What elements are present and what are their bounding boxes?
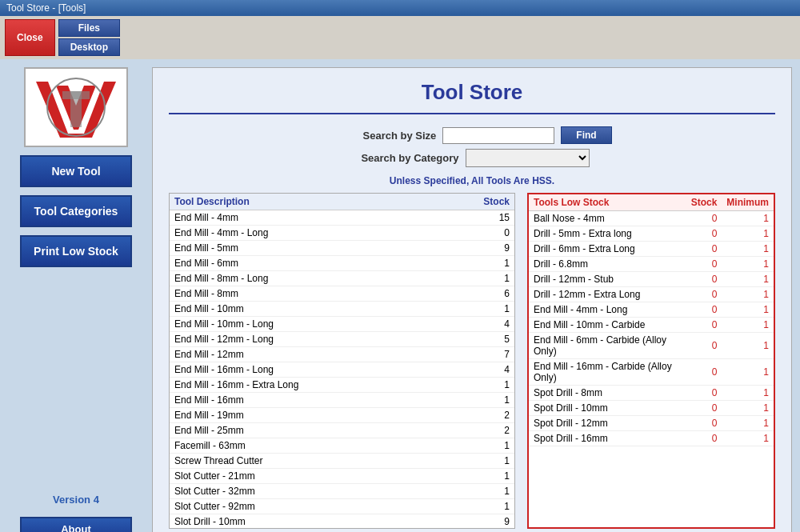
col-description-header: Tool Description bbox=[170, 194, 442, 210]
svg-rect-4 bbox=[62, 91, 90, 99]
tools-table-row[interactable]: End Mill - 12mm7 bbox=[170, 347, 514, 362]
find-button[interactable]: Find bbox=[561, 126, 611, 144]
low-stock-table-row[interactable]: End Mill - 4mm - Long01 bbox=[529, 302, 774, 318]
low-stock-description: Drill - 12mm - Extra Long bbox=[529, 287, 686, 302]
low-stock-minimum: 1 bbox=[722, 272, 774, 287]
tools-table-row[interactable]: End Mill - 8mm6 bbox=[170, 286, 514, 302]
new-tool-button[interactable]: New Tool bbox=[20, 155, 132, 187]
low-stock-table-row[interactable]: Drill - 12mm - Stub01 bbox=[529, 272, 774, 287]
tool-stock: 2 bbox=[442, 423, 514, 438]
low-stock-description: Spot Drill - 10mm bbox=[529, 401, 686, 416]
tools-table: Tool Description Stock End Mill - 4mm15E… bbox=[170, 194, 514, 529]
window-title: Tool Store - [Tools] bbox=[6, 2, 86, 14]
search-category-label: Search by Category bbox=[355, 152, 459, 164]
tool-description: Slot Cutter - 92mm bbox=[170, 499, 442, 514]
tool-description: End Mill - 10mm bbox=[170, 302, 442, 317]
tool-description: End Mill - 19mm bbox=[170, 408, 442, 423]
tool-description: Slot Cutter - 21mm bbox=[170, 469, 442, 484]
low-stock-table-row[interactable]: End Mill - 6mm - Carbide (Alloy Only)01 bbox=[529, 333, 774, 359]
tools-table-row[interactable]: End Mill - 10mm1 bbox=[170, 302, 514, 317]
tool-stock: 15 bbox=[442, 210, 514, 226]
low-stock-table-row[interactable]: Spot Drill - 10mm01 bbox=[529, 401, 774, 416]
low-stock-stock: 0 bbox=[686, 401, 722, 416]
low-stock-minimum: 1 bbox=[722, 287, 774, 302]
tools-table-row[interactable]: Slot Cutter - 32mm1 bbox=[170, 484, 514, 499]
tool-description: Screw Thread Cutter bbox=[170, 454, 442, 469]
tools-table-row[interactable]: Slot Cutter - 92mm1 bbox=[170, 499, 514, 514]
tool-stock: 9 bbox=[442, 241, 514, 256]
low-stock-table-row[interactable]: End Mill - 16mm - Carbide (Alloy Only)01 bbox=[529, 359, 774, 386]
category-select[interactable] bbox=[466, 149, 590, 167]
print-low-stock-button[interactable]: Print Low Stock bbox=[20, 235, 132, 267]
low-stock-stock: 0 bbox=[686, 318, 722, 333]
low-stock-table-row[interactable]: End Mill - 10mm - Carbide01 bbox=[529, 318, 774, 333]
tool-description: Facemill - 63mm bbox=[170, 438, 442, 454]
menu-bar: Close Files Desktop bbox=[0, 16, 800, 59]
tools-table-row[interactable]: End Mill - 16mm1 bbox=[170, 393, 514, 408]
low-stock-minimum: 1 bbox=[722, 386, 774, 401]
low-stock-table-row[interactable]: Drill - 6mm - Extra Long01 bbox=[529, 242, 774, 257]
about-button[interactable]: About bbox=[20, 517, 132, 532]
desktop-button[interactable]: Desktop bbox=[58, 38, 120, 56]
low-stock-table-row[interactable]: Spot Drill - 12mm01 bbox=[529, 416, 774, 431]
low-stock-description: Spot Drill - 12mm bbox=[529, 416, 686, 431]
tool-description: Slot Cutter - 32mm bbox=[170, 484, 442, 499]
tool-description: End Mill - 16mm - Extra Long bbox=[170, 378, 442, 393]
tools-table-row[interactable]: End Mill - 12mm - Long5 bbox=[170, 332, 514, 347]
tool-stock: 4 bbox=[442, 317, 514, 332]
tools-table-row[interactable]: End Mill - 16mm - Extra Long1 bbox=[170, 378, 514, 393]
tools-table-row[interactable]: Slot Cutter - 21mm1 bbox=[170, 469, 514, 484]
low-stock-col-description-header: Tools Low Stock bbox=[529, 194, 686, 211]
low-stock-minimum: 1 bbox=[722, 431, 774, 446]
low-stock-table-container[interactable]: Tools Low Stock Stock Minimum Ball Nose … bbox=[527, 193, 775, 529]
low-stock-table: Tools Low Stock Stock Minimum Ball Nose … bbox=[529, 194, 774, 446]
title-divider bbox=[169, 113, 775, 114]
low-stock-table-row[interactable]: Drill - 5mm - Extra long01 bbox=[529, 226, 774, 242]
tool-description: End Mill - 4mm bbox=[170, 210, 442, 226]
tool-stock: 1 bbox=[442, 454, 514, 469]
tools-table-row[interactable]: End Mill - 5mm9 bbox=[170, 241, 514, 256]
low-stock-stock: 0 bbox=[686, 302, 722, 318]
low-stock-stock: 0 bbox=[686, 386, 722, 401]
tool-stock: 2 bbox=[442, 408, 514, 423]
tool-stock: 1 bbox=[442, 271, 514, 286]
tools-table-container[interactable]: Tool Description Stock End Mill - 4mm15E… bbox=[169, 193, 515, 529]
low-stock-minimum: 1 bbox=[722, 318, 774, 333]
tools-table-row[interactable]: End Mill - 8mm - Long1 bbox=[170, 271, 514, 286]
tools-table-row[interactable]: Facemill - 63mm1 bbox=[170, 438, 514, 454]
tool-stock: 1 bbox=[442, 469, 514, 484]
tools-table-row[interactable]: End Mill - 4mm - Long0 bbox=[170, 226, 514, 241]
col-stock-header: Stock bbox=[442, 194, 514, 210]
tool-stock: 5 bbox=[442, 332, 514, 347]
tool-stock: 6 bbox=[442, 286, 514, 302]
low-stock-table-row[interactable]: Spot Drill - 16mm01 bbox=[529, 431, 774, 446]
tools-table-row[interactable]: End Mill - 4mm15 bbox=[170, 210, 514, 226]
tools-table-row[interactable]: End Mill - 16mm - Long4 bbox=[170, 362, 514, 378]
low-stock-description: Spot Drill - 16mm bbox=[529, 431, 686, 446]
low-stock-stock: 0 bbox=[686, 226, 722, 242]
search-size-input[interactable] bbox=[442, 127, 554, 144]
tool-description: End Mill - 12mm - Long bbox=[170, 332, 442, 347]
low-stock-table-row[interactable]: Drill - 12mm - Extra Long01 bbox=[529, 287, 774, 302]
tables-row: Tool Description Stock End Mill - 4mm15E… bbox=[169, 193, 775, 529]
low-stock-table-row[interactable]: Spot Drill - 8mm01 bbox=[529, 386, 774, 401]
title-bar: Tool Store - [Tools] bbox=[0, 0, 800, 16]
tools-table-row[interactable]: Slot Drill - 10mm9 bbox=[170, 514, 514, 530]
tools-table-row[interactable]: End Mill - 19mm2 bbox=[170, 408, 514, 423]
files-button[interactable]: Files bbox=[58, 19, 120, 37]
low-stock-table-row[interactable]: Ball Nose - 4mm01 bbox=[529, 211, 774, 226]
page-title: Tool Store bbox=[169, 80, 775, 105]
tools-table-row[interactable]: End Mill - 25mm2 bbox=[170, 423, 514, 438]
tool-categories-button[interactable]: Tool Categories bbox=[20, 195, 132, 227]
low-stock-minimum: 1 bbox=[722, 333, 774, 359]
tool-description: End Mill - 16mm bbox=[170, 393, 442, 408]
tool-description: End Mill - 12mm bbox=[170, 347, 442, 362]
tools-table-row[interactable]: End Mill - 10mm - Long4 bbox=[170, 317, 514, 332]
low-stock-table-row[interactable]: Drill - 6.8mm01 bbox=[529, 257, 774, 272]
low-stock-stock: 0 bbox=[686, 431, 722, 446]
low-stock-stock: 0 bbox=[686, 257, 722, 272]
low-stock-minimum: 1 bbox=[722, 416, 774, 431]
tools-table-row[interactable]: Screw Thread Cutter1 bbox=[170, 454, 514, 469]
tools-table-row[interactable]: End Mill - 6mm1 bbox=[170, 256, 514, 271]
close-button[interactable]: Close bbox=[5, 19, 55, 56]
